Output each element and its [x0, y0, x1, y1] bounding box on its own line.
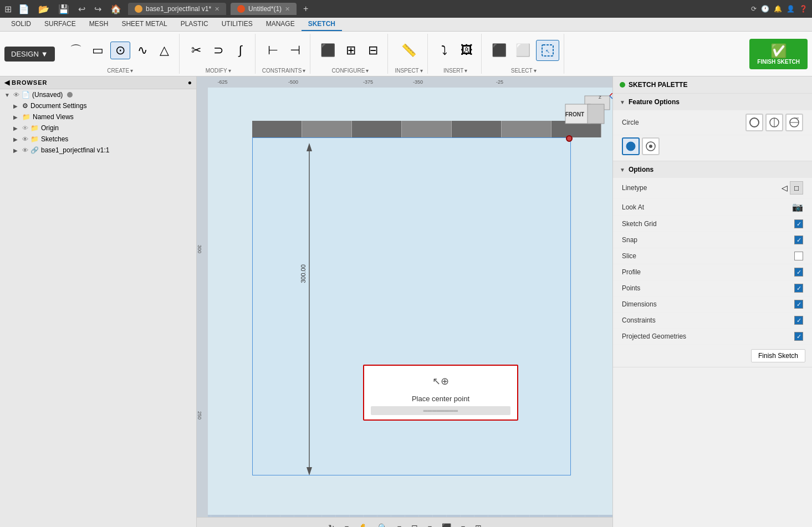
projected-geo-checkbox[interactable]: ✓	[794, 332, 803, 341]
rect-btn[interactable]: ▭	[88, 42, 108, 59]
display-btn[interactable]: ⬛	[438, 521, 455, 528]
browser-collapse-arrow[interactable]: ◀	[4, 79, 9, 86]
configure-btn3[interactable]: ⊟	[363, 42, 383, 59]
help-icon[interactable]: ❓	[799, 5, 808, 13]
points-checkbox[interactable]: ✓	[794, 284, 803, 293]
browser-item-named-views[interactable]: ▶ 📁 Named Views	[0, 111, 196, 122]
tab-solid[interactable]: SOLID	[4, 18, 38, 31]
select-btn2[interactable]: ⬜	[512, 42, 534, 59]
tab-sketch[interactable]: SKETCH	[302, 18, 342, 31]
profile-checkbox[interactable]: ✓	[794, 268, 803, 277]
sketch-grid-checkbox[interactable]: ✓	[794, 219, 803, 228]
origin-arrow[interactable]: ▶	[13, 125, 20, 131]
part-ref-arrow[interactable]: ▶	[13, 147, 20, 154]
spline-btn[interactable]: ∿	[132, 42, 152, 59]
feature-options-header[interactable]: ▼ Feature Options	[613, 94, 812, 110]
browser-item-doc-settings[interactable]: ▶ ⚙ Document Settings	[0, 100, 196, 111]
orbit-btn[interactable]: ↻	[324, 521, 339, 528]
tab-untitled[interactable]: Untitled*(1) ✕	[231, 3, 297, 15]
tab-base1-close[interactable]: ✕	[215, 6, 219, 13]
user-icon[interactable]: 👤	[787, 5, 795, 13]
pan-btn[interactable]: ✋	[355, 521, 372, 528]
select-btn-dashed[interactable]: ↖	[536, 40, 559, 61]
canvas-area[interactable]: -625 -500 -375 -350 -25 300 250	[197, 76, 612, 527]
snap-checkbox[interactable]: ✓	[794, 236, 803, 244]
topbar: ⊞ 📄 📂 💾 ↩ ↪ 🏠 base1_porjectfinal v1* ✕ U…	[0, 0, 812, 18]
slice-checkbox[interactable]	[794, 252, 803, 260]
tab-surface[interactable]: SURFACE	[38, 18, 83, 31]
finish-sketch-panel-btn[interactable]: Finish Sketch	[751, 349, 805, 362]
redo-btn[interactable]: ↪	[92, 3, 104, 16]
dimension-btn[interactable]: ⊣	[285, 42, 305, 59]
notification-icon[interactable]: 🔔	[774, 5, 782, 13]
tab-mesh[interactable]: MESH	[83, 18, 115, 31]
origin-eye-icon[interactable]: 👁	[22, 125, 28, 131]
fit-btn2[interactable]: ▾	[424, 521, 436, 528]
design-button[interactable]: DESIGN ▼	[4, 47, 55, 62]
mirror-btn[interactable]: ∫	[231, 42, 251, 59]
zoom-btn[interactable]: 🔍	[374, 521, 391, 528]
options-header[interactable]: ▼ Options	[613, 161, 812, 178]
browser-item-part-ref[interactable]: ▶ 👁 🔗 base1_porjectfinal v1:1	[0, 145, 196, 156]
home-btn[interactable]: 🏠	[108, 3, 124, 16]
root-eye-icon[interactable]: 👁	[13, 91, 19, 98]
configure-btn1[interactable]: ⬛	[317, 42, 339, 59]
tab-untitled-close[interactable]: ✕	[285, 6, 290, 13]
constraint-btn[interactable]: ⊢	[263, 42, 283, 59]
circle-opt-4[interactable]	[622, 137, 640, 155]
linetype-right-btn[interactable]: □	[790, 181, 803, 195]
constraints-checkbox[interactable]: ✓	[794, 316, 803, 325]
browser-item-origin[interactable]: ▶ 👁 📁 Origin	[0, 122, 196, 134]
view-cube[interactable]: FRONT Z	[557, 93, 612, 137]
linetype-left-btn[interactable]: ◁	[782, 181, 788, 195]
tab-manage[interactable]: MANAGE	[259, 18, 302, 31]
refresh-icon[interactable]: ⟳	[751, 5, 757, 13]
new-btn[interactable]: 📄	[16, 3, 32, 16]
dimensions-checkbox[interactable]: ✓	[794, 300, 803, 309]
tab-base1[interactable]: base1_porjectfinal v1* ✕	[128, 3, 226, 15]
finish-sketch-button[interactable]: ✅ FINISH SKETCH	[749, 39, 808, 69]
browser-item-sketches[interactable]: ▶ 👁 📁 Sketches	[0, 134, 196, 145]
root-collapse-arrow[interactable]: ▼	[4, 92, 11, 98]
polygon-btn[interactable]: △	[155, 42, 175, 59]
circle-btn[interactable]: ⊙	[110, 42, 130, 59]
trim-btn[interactable]: ✂	[186, 42, 206, 59]
grid-display-btn[interactable]: ⊞	[471, 521, 486, 528]
tab-plastic[interactable]: PLASTIC	[174, 18, 215, 31]
fit-btn[interactable]: ⊡	[407, 521, 422, 528]
display-btn2[interactable]: ▾	[457, 521, 469, 528]
open-btn[interactable]: 📂	[36, 3, 52, 16]
look-at-btn[interactable]: 📷	[792, 202, 803, 212]
cursor-icon: ↖⊕	[432, 375, 449, 387]
select-btn1[interactable]: ⬛	[488, 42, 510, 59]
browser-item-root[interactable]: ▼ 👁 📄 (Unsaved)	[0, 89, 196, 100]
arc-btn[interactable]: ⌒	[66, 42, 86, 59]
part-ref-eye-icon[interactable]: 👁	[22, 147, 28, 154]
slice-label: Slice	[622, 252, 636, 260]
inspect-btn[interactable]: 📏	[398, 42, 420, 59]
circle-opt-1[interactable]	[745, 114, 763, 131]
circle-opt-5[interactable]	[642, 137, 660, 155]
save-btn[interactable]: 💾	[56, 3, 72, 16]
insert-btn1[interactable]: ⤵	[435, 42, 454, 59]
tab-utilities[interactable]: UTILITIES	[215, 18, 259, 31]
offset-btn[interactable]: ⊃	[208, 42, 228, 59]
add-tab-btn[interactable]: +	[301, 3, 310, 15]
zoom-btn2[interactable]: ▾	[394, 521, 405, 528]
circle-opt-3[interactable]	[785, 114, 803, 131]
orbit-btn2[interactable]: ▾	[341, 521, 353, 528]
undo-btn[interactable]: ↩	[76, 3, 88, 16]
circle-opt-2[interactable]	[765, 114, 783, 131]
insert-btn2[interactable]: 🖼	[457, 42, 477, 59]
sketch-area[interactable]: 300.00 ↖⊕ Place center point ════════	[208, 88, 612, 515]
named-views-arrow[interactable]: ▶	[13, 114, 20, 120]
ribbon-content: DESIGN ▼ ⌒ ▭ ⊙ ∿ △	[0, 32, 812, 76]
tab-sheet-metal[interactable]: SHEET METAL	[115, 18, 173, 31]
sketches-eye-icon[interactable]: 👁	[22, 136, 28, 142]
ribbon-group-inspect: 📏 INSPECT ▾	[390, 34, 427, 74]
browser-menu-icon[interactable]: ●	[188, 79, 192, 86]
sketches-arrow[interactable]: ▶	[13, 136, 20, 142]
clock-icon[interactable]: 🕐	[761, 5, 769, 13]
doc-settings-arrow[interactable]: ▶	[13, 103, 20, 109]
configure-btn2[interactable]: ⊞	[341, 42, 361, 59]
